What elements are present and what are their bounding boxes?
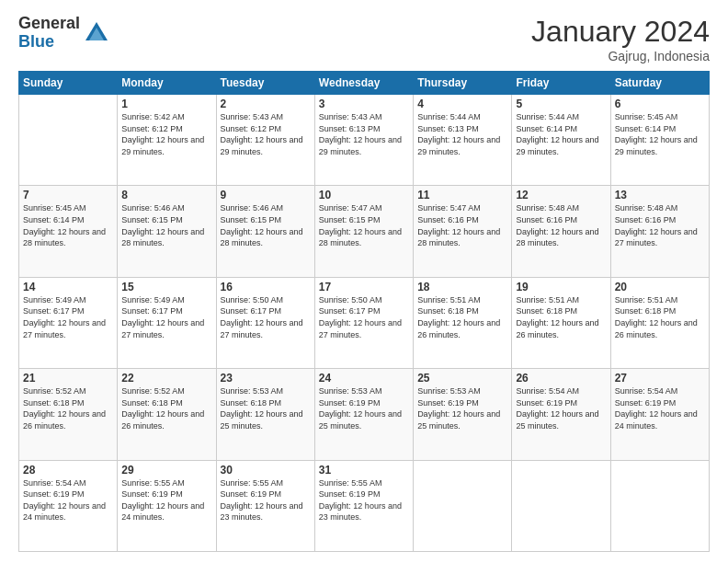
- table-row: 14Sunrise: 5:49 AM Sunset: 6:17 PM Dayli…: [19, 277, 118, 368]
- day-number: 20: [615, 281, 705, 293]
- day-number: 18: [417, 281, 507, 293]
- col-tuesday: Tuesday: [216, 72, 314, 95]
- day-number: 16: [221, 281, 311, 293]
- day-number: 8: [121, 189, 211, 201]
- day-info: Sunrise: 5:50 AM Sunset: 6:17 PM Dayligh…: [319, 294, 409, 340]
- table-row: 18Sunrise: 5:51 AM Sunset: 6:18 PM Dayli…: [414, 277, 512, 368]
- table-row: 9Sunrise: 5:46 AM Sunset: 6:15 PM Daylig…: [216, 186, 314, 277]
- col-monday: Monday: [118, 72, 216, 95]
- day-number: 30: [221, 464, 311, 477]
- calendar-row-1: 7Sunrise: 5:45 AM Sunset: 6:14 PM Daylig…: [19, 186, 710, 277]
- table-row: [512, 460, 610, 551]
- table-row: [414, 460, 512, 551]
- table-row: 17Sunrise: 5:50 AM Sunset: 6:17 PM Dayli…: [314, 277, 413, 368]
- day-info: Sunrise: 5:53 AM Sunset: 6:19 PM Dayligh…: [319, 385, 409, 431]
- day-number: 3: [319, 98, 409, 110]
- day-number: 2: [221, 98, 311, 110]
- day-info: Sunrise: 5:44 AM Sunset: 6:13 PM Dayligh…: [417, 111, 507, 157]
- table-row: 26Sunrise: 5:54 AM Sunset: 6:19 PM Dayli…: [512, 369, 610, 460]
- table-row: 15Sunrise: 5:49 AM Sunset: 6:17 PM Dayli…: [118, 277, 216, 368]
- table-row: 27Sunrise: 5:54 AM Sunset: 6:19 PM Dayli…: [610, 369, 709, 460]
- page: General Blue January 2024 Gajrug, Indone…: [0, 0, 728, 563]
- table-row: 11Sunrise: 5:47 AM Sunset: 6:16 PM Dayli…: [414, 186, 512, 277]
- title-section: January 2024 Gajrug, Indonesia: [531, 15, 710, 63]
- table-row: [610, 460, 709, 551]
- table-row: 19Sunrise: 5:51 AM Sunset: 6:18 PM Dayli…: [512, 277, 610, 368]
- table-row: 3Sunrise: 5:43 AM Sunset: 6:13 PM Daylig…: [314, 95, 413, 186]
- logo-blue: Blue: [18, 33, 80, 52]
- location: Gajrug, Indonesia: [531, 49, 710, 63]
- col-friday: Friday: [512, 72, 610, 95]
- day-info: Sunrise: 5:53 AM Sunset: 6:19 PM Dayligh…: [417, 385, 507, 431]
- day-number: 17: [319, 281, 409, 293]
- day-number: 15: [121, 281, 211, 293]
- table-row: 7Sunrise: 5:45 AM Sunset: 6:14 PM Daylig…: [19, 186, 118, 277]
- day-number: 22: [121, 372, 211, 385]
- table-row: 20Sunrise: 5:51 AM Sunset: 6:18 PM Dayli…: [610, 277, 709, 368]
- calendar-row-4: 28Sunrise: 5:54 AM Sunset: 6:19 PM Dayli…: [19, 460, 710, 551]
- calendar-row-3: 21Sunrise: 5:52 AM Sunset: 6:18 PM Dayli…: [19, 369, 710, 460]
- col-sunday: Sunday: [19, 72, 118, 95]
- day-info: Sunrise: 5:48 AM Sunset: 6:16 PM Dayligh…: [615, 202, 705, 248]
- day-number: 11: [417, 189, 507, 201]
- table-row: 1Sunrise: 5:42 AM Sunset: 6:12 PM Daylig…: [118, 95, 216, 186]
- table-row: 6Sunrise: 5:45 AM Sunset: 6:14 PM Daylig…: [610, 95, 709, 186]
- day-info: Sunrise: 5:54 AM Sunset: 6:19 PM Dayligh…: [23, 477, 113, 523]
- day-info: Sunrise: 5:52 AM Sunset: 6:18 PM Dayligh…: [23, 385, 113, 431]
- col-saturday: Saturday: [610, 72, 709, 95]
- day-info: Sunrise: 5:43 AM Sunset: 6:13 PM Dayligh…: [319, 111, 409, 157]
- day-number: 6: [615, 98, 705, 110]
- day-number: 4: [417, 98, 507, 110]
- table-row: 12Sunrise: 5:48 AM Sunset: 6:16 PM Dayli…: [512, 186, 610, 277]
- month-title: January 2024: [531, 15, 710, 49]
- day-number: 31: [319, 464, 409, 477]
- table-row: 23Sunrise: 5:53 AM Sunset: 6:18 PM Dayli…: [216, 369, 314, 460]
- table-row: 22Sunrise: 5:52 AM Sunset: 6:18 PM Dayli…: [118, 369, 216, 460]
- day-info: Sunrise: 5:48 AM Sunset: 6:16 PM Dayligh…: [516, 202, 606, 248]
- day-number: 1: [121, 98, 211, 110]
- day-number: 25: [417, 372, 507, 385]
- day-info: Sunrise: 5:51 AM Sunset: 6:18 PM Dayligh…: [417, 294, 507, 340]
- day-info: Sunrise: 5:54 AM Sunset: 6:19 PM Dayligh…: [516, 385, 606, 431]
- day-info: Sunrise: 5:49 AM Sunset: 6:17 PM Dayligh…: [121, 294, 211, 340]
- day-info: Sunrise: 5:49 AM Sunset: 6:17 PM Dayligh…: [23, 294, 113, 340]
- day-info: Sunrise: 5:52 AM Sunset: 6:18 PM Dayligh…: [121, 385, 211, 431]
- header: General Blue January 2024 Gajrug, Indone…: [18, 15, 710, 63]
- table-row: 16Sunrise: 5:50 AM Sunset: 6:17 PM Dayli…: [216, 277, 314, 368]
- day-number: 9: [221, 189, 311, 201]
- day-info: Sunrise: 5:42 AM Sunset: 6:12 PM Dayligh…: [121, 111, 211, 157]
- day-info: Sunrise: 5:45 AM Sunset: 6:14 PM Dayligh…: [23, 202, 113, 248]
- day-info: Sunrise: 5:50 AM Sunset: 6:17 PM Dayligh…: [221, 294, 311, 340]
- day-number: 10: [319, 189, 409, 201]
- table-row: 8Sunrise: 5:46 AM Sunset: 6:15 PM Daylig…: [118, 186, 216, 277]
- col-wednesday: Wednesday: [314, 72, 413, 95]
- day-number: 5: [516, 98, 606, 110]
- day-info: Sunrise: 5:51 AM Sunset: 6:18 PM Dayligh…: [516, 294, 606, 340]
- calendar-row-2: 14Sunrise: 5:49 AM Sunset: 6:17 PM Dayli…: [19, 277, 710, 368]
- logo: General Blue: [18, 15, 109, 52]
- day-info: Sunrise: 5:53 AM Sunset: 6:18 PM Dayligh…: [221, 385, 311, 431]
- table-row: 5Sunrise: 5:44 AM Sunset: 6:14 PM Daylig…: [512, 95, 610, 186]
- day-info: Sunrise: 5:43 AM Sunset: 6:12 PM Dayligh…: [221, 111, 311, 157]
- table-row: 28Sunrise: 5:54 AM Sunset: 6:19 PM Dayli…: [19, 460, 118, 551]
- table-row: 30Sunrise: 5:55 AM Sunset: 6:19 PM Dayli…: [216, 460, 314, 551]
- day-info: Sunrise: 5:46 AM Sunset: 6:15 PM Dayligh…: [221, 202, 311, 248]
- calendar-row-0: 1Sunrise: 5:42 AM Sunset: 6:12 PM Daylig…: [19, 95, 710, 186]
- day-info: Sunrise: 5:51 AM Sunset: 6:18 PM Dayligh…: [615, 294, 705, 340]
- header-row: Sunday Monday Tuesday Wednesday Thursday…: [19, 72, 710, 95]
- table-row: 13Sunrise: 5:48 AM Sunset: 6:16 PM Dayli…: [610, 186, 709, 277]
- day-info: Sunrise: 5:47 AM Sunset: 6:15 PM Dayligh…: [319, 202, 409, 248]
- table-row: 25Sunrise: 5:53 AM Sunset: 6:19 PM Dayli…: [414, 369, 512, 460]
- day-info: Sunrise: 5:45 AM Sunset: 6:14 PM Dayligh…: [615, 111, 705, 157]
- table-row: 24Sunrise: 5:53 AM Sunset: 6:19 PM Dayli…: [314, 369, 413, 460]
- day-number: 27: [615, 372, 705, 385]
- day-number: 24: [319, 372, 409, 385]
- table-row: 31Sunrise: 5:55 AM Sunset: 6:19 PM Dayli…: [314, 460, 413, 551]
- table-row: 2Sunrise: 5:43 AM Sunset: 6:12 PM Daylig…: [216, 95, 314, 186]
- day-info: Sunrise: 5:55 AM Sunset: 6:19 PM Dayligh…: [221, 477, 311, 523]
- logo-icon: [84, 20, 109, 46]
- table-row: [19, 95, 118, 186]
- day-number: 14: [23, 281, 113, 293]
- day-number: 13: [615, 189, 705, 201]
- logo-general: General: [18, 15, 80, 33]
